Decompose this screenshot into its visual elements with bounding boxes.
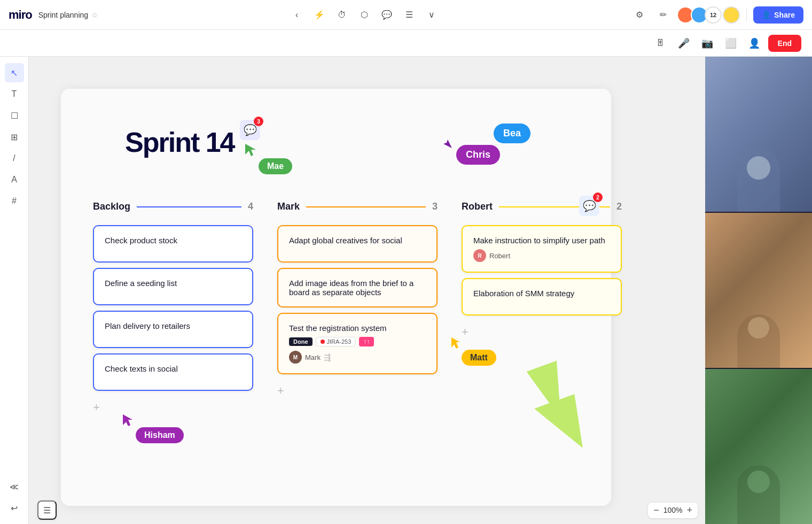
- user-icon-btn[interactable]: 👤: [745, 34, 764, 53]
- robert-title: Robert: [462, 201, 493, 212]
- robert-add-btn[interactable]: +: [462, 325, 469, 339]
- video-sadie: Sadie: [705, 213, 812, 369]
- avatar-current-user: [723, 6, 740, 24]
- zoom-in-btn[interactable]: +: [686, 505, 692, 516]
- sprint-title: Sprint 14: [125, 126, 235, 158]
- backlog-title: Backlog: [93, 201, 130, 212]
- tag-jira[interactable]: JIRA-253: [316, 337, 356, 346]
- topbar-center-tools: ‹ ⚡ ⏱ ⬡ 💬 ☰ ∨: [98, 5, 630, 25]
- mark-add-btn[interactable]: +: [277, 384, 284, 398]
- hisham-label-text: Hisham: [136, 427, 184, 443]
- bea-head: [747, 471, 770, 493]
- mark-divider: [306, 206, 426, 207]
- mark-avatar: M: [289, 351, 302, 364]
- bea-label-text: Bea: [494, 124, 530, 143]
- topbar-right: ⚙ ✏ 12 👤 Share: [630, 5, 803, 25]
- divider: [746, 9, 747, 21]
- matt-label-text: Matt: [462, 350, 496, 366]
- mark-title: Mark: [277, 201, 300, 212]
- topbar: miro Sprint planning ☆ ‹ ⚡ ⏱ ⬡ 💬 ☰ ∨ ⚙ ✏…: [0, 0, 812, 30]
- jira-dot: [321, 340, 325, 344]
- text-tool[interactable]: T: [5, 84, 24, 104]
- star-icon[interactable]: ☆: [91, 11, 98, 19]
- shapes-tool[interactable]: ⊞: [5, 127, 24, 147]
- share-icon: 👤: [762, 11, 771, 19]
- avatar-count[interactable]: 12: [705, 6, 722, 24]
- card-make-instruction[interactable]: Make instruction to simplify user path R…: [462, 225, 622, 273]
- video-matt: Matt: [705, 57, 812, 213]
- miro-logo: miro: [9, 8, 32, 22]
- card-tags: Done JIRA-253 ↑↑: [289, 337, 374, 346]
- card-adapt-creatives[interactable]: Adapt global creatives for social: [277, 225, 438, 263]
- chat-badge-count: 3: [254, 117, 263, 126]
- tag-priority: ↑↑: [359, 337, 374, 346]
- chat-center-btn[interactable]: 💬: [377, 5, 396, 25]
- avatar-stack: 12: [677, 6, 722, 24]
- robert-chat-badge[interactable]: 💬 2: [579, 196, 599, 216]
- frame-sidebar-tool[interactable]: #: [5, 191, 24, 211]
- svg-marker-4: [451, 337, 460, 349]
- card-define-seeding[interactable]: Define a seeding list: [93, 268, 253, 305]
- robert-chat-count: 2: [593, 192, 603, 202]
- zoom-controls: − 100% +: [648, 503, 698, 518]
- pen-mode-btn[interactable]: ✏: [653, 5, 673, 25]
- share-button[interactable]: 👤 Share: [753, 6, 803, 24]
- card-mark-user: M Mark ⇶: [289, 351, 331, 364]
- more-btn[interactable]: ∨: [422, 5, 441, 25]
- mark-column: Mark 3 Adapt global creatives for social…: [277, 201, 438, 398]
- sidebar-toggle-btn[interactable]: ☰: [37, 500, 57, 520]
- select-tool[interactable]: ↖: [5, 63, 24, 82]
- robert-count: 2: [616, 201, 622, 212]
- font-tool[interactable]: A: [5, 170, 24, 189]
- svg-marker-0: [245, 144, 256, 156]
- screen-share-btn[interactable]: ⬜: [721, 34, 740, 53]
- backlog-count: 4: [248, 201, 253, 212]
- end-button[interactable]: End: [768, 35, 801, 52]
- board-title[interactable]: Sprint planning ☆: [38, 11, 98, 19]
- card-add-image-ideas[interactable]: Add image ideas from the brief to a boar…: [277, 268, 438, 307]
- card-check-texts[interactable]: Check texts in social: [93, 353, 253, 391]
- undo-tool[interactable]: ↩: [5, 498, 24, 518]
- card-robert-user: R Robert: [473, 249, 510, 262]
- big-green-arrow: [520, 356, 606, 463]
- lightning-btn[interactable]: ⚡: [310, 5, 329, 25]
- camera-icon-btn[interactable]: 📷: [698, 34, 717, 53]
- sticky-tool[interactable]: ☐: [5, 106, 24, 125]
- card-plan-delivery[interactable]: Plan delivery to retailers: [93, 311, 253, 348]
- canvas[interactable]: Sprint 14 💬 3 Mae Bea: [29, 57, 705, 524]
- move-icon: ⇶: [324, 352, 331, 363]
- pen-tool[interactable]: /: [5, 149, 24, 168]
- filter-icon-btn[interactable]: ⚙: [630, 5, 649, 25]
- backlog-header: Backlog 4: [93, 201, 253, 217]
- video-bea: Bea: [705, 369, 812, 524]
- card-test-registration[interactable]: Test the registration system Done JIRA-2…: [277, 313, 438, 374]
- card-check-product-stock[interactable]: Check product stock: [93, 225, 253, 263]
- chat-badge-container[interactable]: 💬 3: [240, 120, 260, 140]
- main-area: ↖ T ☐ ⊞ / A # ≪ ↩ Sprint 14 💬 3 Mae: [0, 57, 812, 524]
- backlog-column: Backlog 4 Check product stock Define a s…: [93, 201, 253, 427]
- settings-icon-btn[interactable]: 🎚: [651, 34, 670, 53]
- mark-header: Mark 3: [277, 201, 438, 217]
- svg-marker-2: [443, 140, 452, 148]
- robert-column: Robert 2 Make instruction to simplify us…: [462, 201, 622, 350]
- robert-avatar: R: [473, 249, 486, 262]
- robert-chat-icon[interactable]: 💬 2: [579, 196, 599, 216]
- chat-icon[interactable]: 💬 3: [240, 120, 260, 140]
- zoom-out-btn[interactable]: −: [653, 505, 659, 516]
- timer-btn[interactable]: ⏱: [332, 5, 352, 25]
- frame-btn[interactable]: ⬡: [355, 5, 374, 25]
- nav-back-btn[interactable]: ‹: [287, 5, 307, 25]
- backlog-add-btn[interactable]: +: [93, 400, 100, 414]
- tag-done: Done: [289, 337, 313, 346]
- zoom-level: 100%: [663, 506, 683, 514]
- expand-tool[interactable]: ≪: [5, 477, 24, 496]
- card-smm-strategy[interactable]: Elaboration of SMM strategy: [462, 278, 622, 315]
- matt-head: [747, 156, 770, 180]
- svg-marker-3: [123, 414, 132, 426]
- toolbar2: 🎚 🎤 📷 ⬜ 👤 End: [0, 30, 812, 57]
- bottom-bar: ☰ − 100% + ?: [29, 496, 705, 524]
- mic-icon-btn[interactable]: 🎤: [674, 34, 693, 53]
- menu-btn[interactable]: ☰: [400, 5, 419, 25]
- mae-label-text: Mae: [259, 158, 292, 174]
- chris-label-text: Chris: [456, 145, 500, 165]
